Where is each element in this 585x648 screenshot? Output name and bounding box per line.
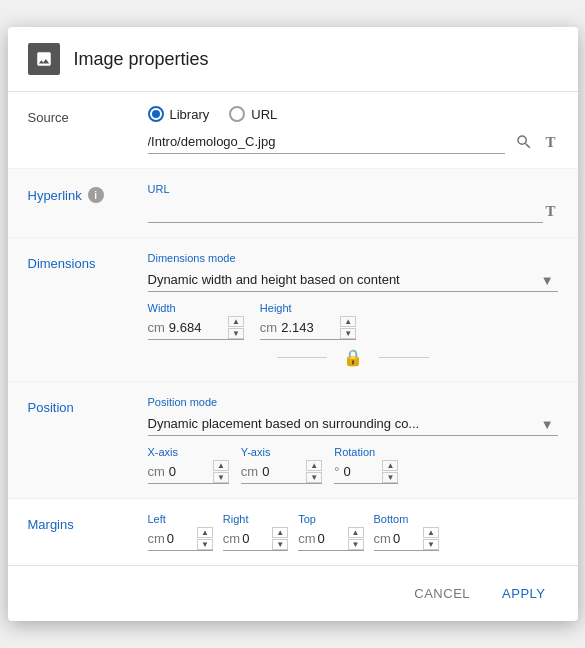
rotation-unit: °	[334, 464, 339, 479]
hyperlink-row: Hyperlink i URL T	[8, 169, 578, 238]
source-file-input[interactable]	[148, 130, 506, 154]
left-margin-stepper: ▲ ▼	[197, 527, 213, 550]
right-margin-label: Right	[223, 513, 288, 525]
lock-icon[interactable]: 🔒	[343, 348, 363, 367]
hyperlink-content: URL T	[148, 183, 558, 223]
dimensions-row: Dimensions Dimensions mode Dynamic width…	[8, 238, 578, 382]
image-icon	[35, 50, 53, 68]
right-margin-input[interactable]	[242, 529, 270, 548]
height-unit: cm	[260, 320, 277, 335]
radio-library-option[interactable]: Library	[148, 106, 210, 122]
t-icon: T	[545, 134, 555, 151]
width-increment-button[interactable]: ▲	[228, 316, 244, 327]
xaxis-input-wrap: cm ▲ ▼	[148, 460, 229, 484]
source-row: Source Library URL	[8, 92, 578, 169]
hyperlink-url-label: URL	[148, 183, 558, 195]
left-margin-decrement-button[interactable]: ▼	[197, 539, 213, 550]
yaxis-input[interactable]	[262, 462, 302, 481]
apply-button[interactable]: APPLY	[490, 578, 557, 609]
xaxis-increment-button[interactable]: ▲	[213, 460, 229, 471]
right-margin-increment-button[interactable]: ▲	[272, 527, 288, 538]
width-unit: cm	[148, 320, 165, 335]
yaxis-stepper: ▲ ▼	[306, 460, 322, 483]
lock-row: 🔒	[148, 348, 558, 367]
xaxis-label: X-axis	[148, 446, 229, 458]
dimensions-mode-label: Dimensions mode	[148, 252, 558, 264]
bottom-margin-decrement-button[interactable]: ▼	[423, 539, 439, 550]
margins-label: Margins	[28, 513, 148, 532]
yaxis-increment-button[interactable]: ▲	[306, 460, 322, 471]
xaxis-decrement-button[interactable]: ▼	[213, 472, 229, 483]
rotation-increment-button[interactable]: ▲	[382, 460, 398, 471]
dialog-title: Image properties	[74, 49, 209, 70]
bottom-margin-label: Bottom	[374, 513, 439, 525]
dimensions-fields: Width cm ▲ ▼ Height cm	[148, 302, 558, 340]
dialog-header: Image properties	[8, 27, 578, 92]
bottom-margin-stepper: ▲ ▼	[423, 527, 439, 550]
top-margin-input[interactable]	[318, 529, 346, 548]
dimensions-mode-select[interactable]: Dynamic width and height based on conten…	[148, 268, 558, 292]
bottom-margin-unit: cm	[374, 531, 391, 546]
hyperlink-label: Hyperlink i	[28, 183, 148, 203]
top-margin-stepper: ▲ ▼	[348, 527, 364, 550]
yaxis-decrement-button[interactable]: ▼	[306, 472, 322, 483]
rotation-field: Rotation ° ▲ ▼	[334, 446, 398, 484]
top-margin-unit: cm	[298, 531, 315, 546]
dialog-footer: CANCEL APPLY	[8, 565, 578, 621]
position-label: Position	[28, 396, 148, 415]
cancel-button[interactable]: CANCEL	[402, 578, 482, 609]
height-input[interactable]	[281, 318, 336, 337]
rotation-input[interactable]	[343, 462, 378, 481]
source-text-format-button[interactable]: T	[543, 132, 557, 153]
width-stepper: ▲ ▼	[228, 316, 244, 339]
hyperlink-info-icon[interactable]: i	[88, 187, 104, 203]
radio-url-circle	[229, 106, 245, 122]
width-label: Width	[148, 302, 244, 314]
position-mode-select[interactable]: Dynamic placement based on surrounding c…	[148, 412, 558, 436]
hyperlink-input-row: T	[148, 199, 558, 223]
search-icon	[515, 133, 533, 151]
height-increment-button[interactable]: ▲	[340, 316, 356, 327]
position-select-wrap: Dynamic placement based on surrounding c…	[148, 412, 558, 436]
xaxis-input[interactable]	[169, 462, 209, 481]
top-margin-decrement-button[interactable]: ▼	[348, 539, 364, 550]
search-button[interactable]	[513, 131, 535, 153]
radio-url-option[interactable]: URL	[229, 106, 277, 122]
hyperlink-url-input[interactable]	[148, 199, 544, 223]
width-decrement-button[interactable]: ▼	[228, 328, 244, 339]
source-content: Library URL T	[148, 106, 558, 154]
top-margin-increment-button[interactable]: ▲	[348, 527, 364, 538]
dialog-body: Source Library URL	[8, 92, 578, 565]
margin-fields: Left cm ▲ ▼ Right cm	[148, 513, 558, 551]
width-input[interactable]	[169, 318, 224, 337]
position-fields: X-axis cm ▲ ▼ Y-axis c	[148, 446, 558, 484]
hyperlink-text-format-button[interactable]: T	[543, 201, 557, 222]
radio-library-label: Library	[170, 107, 210, 122]
height-stepper: ▲ ▼	[340, 316, 356, 339]
left-margin-increment-button[interactable]: ▲	[197, 527, 213, 538]
hyperlink-t-icon: T	[545, 203, 555, 220]
source-input-row: T	[148, 130, 558, 154]
radio-library-circle	[148, 106, 164, 122]
xaxis-unit: cm	[148, 464, 165, 479]
dimensions-label: Dimensions	[28, 252, 148, 271]
left-margin-input[interactable]	[167, 529, 195, 548]
left-margin-label: Left	[148, 513, 213, 525]
bottom-margin-increment-button[interactable]: ▲	[423, 527, 439, 538]
yaxis-field: Y-axis cm ▲ ▼	[241, 446, 322, 484]
xaxis-stepper: ▲ ▼	[213, 460, 229, 483]
right-margin-decrement-button[interactable]: ▼	[272, 539, 288, 550]
top-margin-input-wrap: cm ▲ ▼	[298, 527, 363, 551]
left-margin-input-wrap: cm ▲ ▼	[148, 527, 213, 551]
bottom-margin-input[interactable]	[393, 529, 421, 548]
rotation-decrement-button[interactable]: ▼	[382, 472, 398, 483]
height-decrement-button[interactable]: ▼	[340, 328, 356, 339]
right-margin-input-wrap: cm ▲ ▼	[223, 527, 288, 551]
bottom-margin-field: Bottom cm ▲ ▼	[374, 513, 439, 551]
right-margin-unit: cm	[223, 531, 240, 546]
margins-content: Left cm ▲ ▼ Right cm	[148, 513, 558, 551]
width-input-wrap: cm ▲ ▼	[148, 316, 244, 340]
top-margin-label: Top	[298, 513, 363, 525]
rotation-stepper: ▲ ▼	[382, 460, 398, 483]
right-margin-stepper: ▲ ▼	[272, 527, 288, 550]
